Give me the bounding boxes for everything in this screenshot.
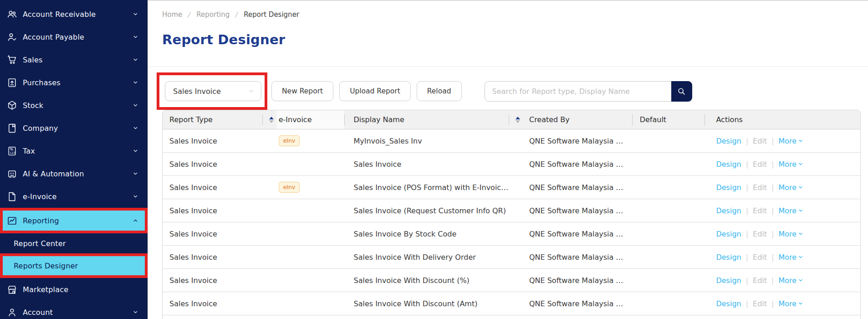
- more-link[interactable]: More: [778, 299, 803, 308]
- sidebar-item-tax[interactable]: %123Tax: [0, 139, 148, 162]
- column-header-report-type[interactable]: Report Type: [163, 110, 276, 129]
- sidebar-item-e-invoice[interactable]: e-Invoice: [0, 185, 148, 208]
- sidebar-subitem-reports-designer[interactable]: Reports Designer: [3, 256, 145, 275]
- sidebar-item-purchases[interactable]: Purchases: [0, 71, 148, 94]
- search-input[interactable]: [485, 81, 671, 102]
- display-name-text: Sales Invoice With Discount (Amt): [353, 299, 477, 308]
- sidebar-item-sales[interactable]: Sales: [0, 48, 148, 71]
- design-link[interactable]: Design: [716, 137, 741, 145]
- table-row[interactable]: Sales InvoiceeInvMyInvois_Sales InvQNE S…: [163, 129, 860, 153]
- e-invoice-cell: eInv: [276, 129, 345, 152]
- table-row[interactable]: Sales InvoiceSales Invoice By Stock Code…: [163, 222, 860, 246]
- created-by-cell: QNE Software Malaysia …: [523, 199, 632, 222]
- breadcrumb-item-home[interactable]: Home: [162, 10, 182, 19]
- chart-icon: [6, 215, 18, 226]
- edit-link[interactable]: Edit: [753, 276, 767, 285]
- table-row[interactable]: Sales InvoiceSales Invoice With Delivery…: [163, 246, 860, 269]
- edit-link[interactable]: Edit: [753, 160, 767, 169]
- default-cell: [632, 153, 705, 175]
- more-link[interactable]: More: [778, 276, 803, 285]
- actions-cell: Design|Edit|More: [705, 246, 860, 268]
- column-header-created-by: Created By: [523, 110, 632, 129]
- sidebar-item-company[interactable]: Company: [0, 117, 148, 139]
- sidebar-subitem-report-center[interactable]: Report Center: [0, 233, 148, 253]
- actions-cell: Design|Edit|More: [705, 269, 860, 292]
- sidebar-item-label: Account Receivable: [23, 10, 96, 19]
- sidebar-item-ai-automation[interactable]: AI & Automation: [0, 162, 148, 185]
- receipt-icon: [6, 77, 18, 88]
- sidebar-item-reporting[interactable]: Reporting: [3, 211, 145, 231]
- display-name-cell: Sales Invoice: [344, 153, 522, 175]
- column-header-display-name[interactable]: Display Name: [344, 110, 522, 129]
- created-by-cell: QNE Software Malaysia …: [523, 246, 632, 268]
- action-separator: |: [771, 206, 774, 215]
- edit-link[interactable]: Edit: [753, 299, 767, 308]
- display-name-cell: Sales Invoice (POS Format) with E-Invoic…: [344, 176, 522, 199]
- sidebar-item-label: AI & Automation: [23, 170, 84, 178]
- design-link[interactable]: Design: [716, 206, 741, 215]
- report-type-text: Sales Invoice: [169, 160, 217, 169]
- display-name-text: Sales Invoice By Stock Code: [353, 230, 456, 238]
- more-link-label: More: [778, 276, 797, 285]
- more-link-label: More: [778, 230, 797, 238]
- sidebar-item-label: Purchases: [23, 78, 61, 87]
- chevron-up-icon: [133, 218, 138, 224]
- design-link[interactable]: Design: [716, 160, 741, 169]
- design-link[interactable]: Design: [716, 183, 741, 192]
- sidebar-item-stock[interactable]: Stock: [0, 94, 148, 117]
- more-link[interactable]: More: [778, 183, 803, 192]
- table-row[interactable]: Sales InvoiceSales Invoice With Discount…: [163, 269, 860, 292]
- reload-button[interactable]: Reload: [417, 81, 462, 101]
- edit-link[interactable]: Edit: [753, 137, 767, 145]
- design-link[interactable]: Design: [716, 230, 741, 238]
- content-divider: [148, 67, 868, 67]
- column-header-default: Default: [632, 110, 705, 129]
- column-header-actions: Actions: [705, 110, 860, 129]
- header-separator: [509, 115, 509, 125]
- design-link[interactable]: Design: [716, 299, 741, 308]
- report-type-text: Sales Invoice: [169, 206, 217, 215]
- default-cell: [632, 292, 705, 315]
- edit-link[interactable]: Edit: [753, 183, 767, 192]
- sidebar-item-account[interactable]: Account: [0, 301, 148, 319]
- action-separator: |: [771, 230, 774, 238]
- user-icon: [6, 306, 18, 318]
- edit-link[interactable]: Edit: [753, 206, 767, 215]
- sidebar-item-label: e-Invoice: [23, 192, 57, 201]
- more-link[interactable]: More: [778, 230, 803, 238]
- more-link[interactable]: More: [778, 160, 803, 169]
- table-row[interactable]: Sales InvoiceSales Invoice With Discount…: [163, 292, 860, 315]
- sidebar-item-account-receivable[interactable]: Account Receivable: [0, 3, 148, 26]
- edit-link[interactable]: Edit: [753, 230, 767, 238]
- breadcrumb-separator: /: [187, 10, 191, 19]
- actions-cell: Design|Edit|More: [705, 222, 860, 245]
- table-row[interactable]: Sales InvoiceSales InvoiceQNE Software M…: [163, 153, 860, 176]
- upload-report-button[interactable]: Upload Report: [339, 81, 411, 101]
- e-invoice-cell: [276, 222, 345, 245]
- new-report-button[interactable]: New Report: [271, 81, 333, 101]
- report-type-text: Sales Invoice: [169, 253, 217, 262]
- breadcrumb-item-reporting[interactable]: Reporting: [196, 10, 230, 19]
- display-name-text: Sales Invoice (POS Format) with E-Invoic…: [353, 183, 508, 192]
- chevron-down-icon: [798, 185, 803, 190]
- column-header-label: Created By: [529, 115, 570, 124]
- toolbar: Sales Invoice New ReportUpload ReportRel…: [157, 72, 868, 110]
- created-by-cell: QNE Software Malaysia …: [523, 292, 632, 315]
- table-row[interactable]: Sales InvoiceeInvSales Invoice (POS Form…: [163, 176, 860, 199]
- actions-cell: Design|Edit|More: [705, 199, 860, 222]
- more-link[interactable]: More: [778, 253, 803, 262]
- column-header-label: e-Invoice: [279, 115, 312, 124]
- report-type-dropdown[interactable]: Sales Invoice: [165, 81, 261, 101]
- display-name-text: Sales Invoice (Request Customer Info QR): [353, 206, 505, 215]
- sidebar-item-marketplace[interactable]: Marketplace: [0, 278, 148, 301]
- design-link[interactable]: Design: [716, 276, 741, 285]
- more-link[interactable]: More: [778, 206, 803, 215]
- chevron-down-icon: [133, 171, 138, 177]
- table-row[interactable]: Sales InvoiceSales Invoice (Request Cust…: [163, 199, 860, 222]
- more-link[interactable]: More: [778, 137, 803, 145]
- design-link[interactable]: Design: [716, 253, 741, 262]
- edit-link[interactable]: Edit: [753, 253, 767, 262]
- display-name-cell: MyInvois_Sales Inv: [344, 129, 522, 152]
- sidebar-item-account-payable[interactable]: Account Payable: [0, 26, 148, 48]
- search-button[interactable]: [671, 81, 692, 102]
